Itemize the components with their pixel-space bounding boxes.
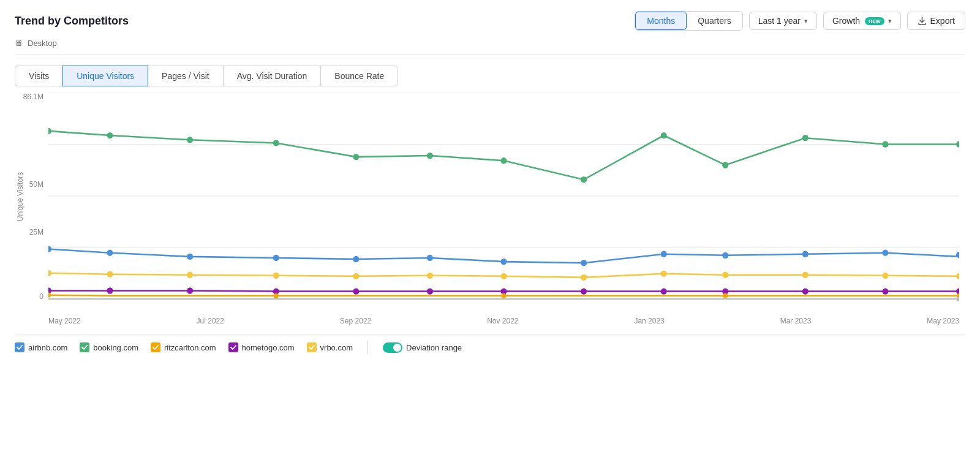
export-icon: [918, 17, 927, 26]
x-axis-labels: May 2022 Jul 2022 Sep 2022 Nov 2022 Jan …: [48, 317, 959, 325]
tab-bounce-rate[interactable]: Bounce Rate: [320, 66, 398, 86]
legend-booking[interactable]: booking.com: [80, 342, 138, 352]
svg-point-58: [501, 293, 506, 298]
svg-point-54: [882, 288, 888, 294]
growth-label: Growth: [832, 16, 860, 26]
svg-point-13: [722, 162, 728, 168]
svg-point-25: [661, 251, 667, 257]
period-dropdown[interactable]: Last 1 year ▾: [749, 12, 817, 30]
svg-point-38: [661, 271, 667, 277]
svg-point-57: [274, 293, 279, 298]
line-chart: [48, 93, 959, 301]
export-label: Export: [930, 16, 955, 26]
booking-label: booking.com: [93, 343, 138, 352]
toggle-knob: [393, 344, 401, 352]
svg-point-19: [187, 254, 193, 260]
export-button[interactable]: Export: [907, 12, 965, 30]
svg-point-20: [273, 255, 279, 261]
x-label-mar2023: Mar 2023: [780, 317, 812, 325]
svg-point-32: [187, 272, 193, 278]
svg-point-40: [802, 272, 809, 278]
svg-point-8: [353, 154, 359, 160]
airbnb-label: airbnb.com: [28, 343, 67, 352]
legend-airbnb[interactable]: airbnb.com: [15, 342, 67, 352]
chart-svg: [48, 93, 959, 301]
svg-point-10: [500, 157, 507, 164]
svg-point-48: [427, 288, 433, 294]
svg-point-28: [882, 250, 888, 256]
svg-point-14: [802, 135, 809, 141]
y-label-0: 0: [39, 292, 43, 301]
y-label-86: 86.1M: [23, 93, 43, 101]
svg-point-31: [107, 271, 113, 278]
svg-point-17: [48, 246, 51, 252]
svg-point-5: [107, 132, 113, 138]
svg-point-56: [48, 293, 51, 298]
quarters-button[interactable]: Quarters: [687, 12, 742, 30]
svg-point-30: [48, 270, 51, 276]
x-label-nov2022: Nov 2022: [487, 317, 518, 325]
legend-hometogo[interactable]: hometogo.com: [228, 342, 295, 352]
growth-dropdown[interactable]: Growth new ▾: [823, 12, 901, 30]
tab-pages-visit[interactable]: Pages / Visit: [148, 66, 223, 86]
svg-point-16: [956, 141, 959, 147]
period-chevron-icon: ▾: [804, 17, 808, 25]
ritz-check-icon: [151, 342, 160, 352]
chart-legend: airbnb.com booking.com ritzcarlton.com h…: [15, 334, 965, 354]
device-row: 🖥 Desktop: [15, 36, 965, 55]
x-label-jan2023: Jan 2023: [634, 317, 664, 325]
svg-point-41: [882, 273, 888, 279]
svg-point-21: [353, 256, 359, 262]
time-granularity-toggle: Months Quarters: [635, 11, 742, 31]
header-row: Trend by Competitors Months Quarters Las…: [15, 11, 965, 31]
legend-deviation[interactable]: Deviation range: [383, 342, 462, 353]
svg-point-24: [581, 260, 587, 266]
tab-unique-visitors[interactable]: Unique Visitors: [62, 66, 148, 86]
svg-point-12: [661, 132, 667, 138]
svg-point-26: [722, 252, 728, 259]
svg-point-50: [581, 288, 587, 294]
airbnb-check-icon: [15, 342, 24, 352]
x-label-may2022: May 2022: [48, 317, 81, 325]
legend-ritz[interactable]: ritzcarlton.com: [151, 342, 216, 352]
device-label: Desktop: [28, 39, 57, 48]
svg-point-23: [500, 259, 507, 265]
svg-point-36: [500, 273, 507, 279]
svg-point-39: [722, 272, 728, 278]
header-controls: Months Quarters Last 1 year ▾ Growth new…: [635, 11, 965, 31]
growth-chevron-icon: ▾: [888, 17, 892, 25]
desktop-icon: 🖥: [15, 38, 23, 48]
svg-point-42: [956, 273, 959, 279]
y-axis-labels: 86.1M 50M 25M 0: [15, 93, 48, 301]
tab-visits[interactable]: Visits: [15, 66, 62, 86]
new-badge: new: [865, 17, 884, 25]
legend-vrbo[interactable]: vrbo.com: [307, 342, 353, 352]
hometogo-label: hometogo.com: [242, 343, 295, 352]
svg-point-11: [581, 176, 587, 183]
svg-point-15: [882, 141, 888, 147]
deviation-toggle-switch[interactable]: [383, 342, 402, 353]
svg-point-22: [427, 255, 433, 261]
x-label-sep2022: Sep 2022: [340, 317, 371, 325]
x-label-may2023: May 2023: [927, 317, 959, 325]
booking-line: [48, 131, 959, 179]
svg-point-7: [273, 140, 279, 146]
legend-separator: [368, 341, 368, 354]
svg-point-44: [107, 287, 113, 293]
svg-point-6: [187, 137, 193, 143]
svg-point-33: [273, 273, 279, 279]
svg-point-27: [802, 251, 809, 257]
svg-point-59: [723, 293, 728, 298]
svg-point-37: [581, 274, 587, 281]
tab-avg-visit-duration[interactable]: Avg. Visit Duration: [223, 66, 321, 86]
svg-point-18: [107, 250, 113, 256]
svg-point-45: [187, 287, 193, 293]
booking-dot: [48, 128, 51, 134]
period-label: Last 1 year: [758, 16, 801, 26]
svg-point-51: [661, 288, 667, 294]
svg-point-35: [427, 273, 433, 279]
svg-point-53: [802, 288, 809, 294]
months-button[interactable]: Months: [635, 12, 687, 30]
hometogo-check-icon: [228, 342, 238, 352]
deviation-label: Deviation range: [406, 343, 462, 352]
